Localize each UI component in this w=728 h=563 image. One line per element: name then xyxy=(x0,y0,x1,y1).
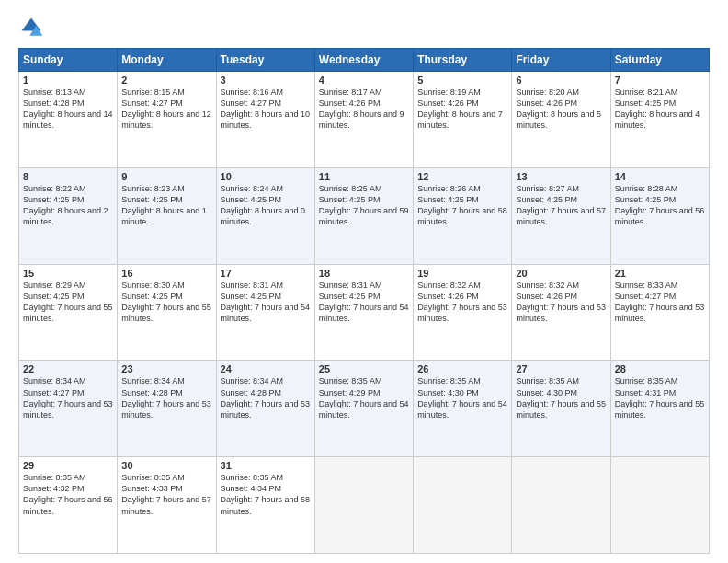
day-info: Sunrise: 8:32 AMSunset: 4:26 PMDaylight:… xyxy=(516,280,606,325)
calendar-day-cell: 28Sunrise: 8:35 AMSunset: 4:31 PMDayligh… xyxy=(610,361,709,457)
day-info: Sunrise: 8:30 AMSunset: 4:25 PMDaylight:… xyxy=(121,280,211,325)
calendar-week-row: 22Sunrise: 8:34 AMSunset: 4:27 PMDayligh… xyxy=(19,361,710,457)
calendar-day-cell: 10Sunrise: 8:24 AMSunset: 4:25 PMDayligh… xyxy=(216,167,314,264)
day-info: Sunrise: 8:22 AMSunset: 4:25 PMDaylight:… xyxy=(23,183,113,228)
day-number: 16 xyxy=(121,268,211,279)
day-info: Sunrise: 8:19 AMSunset: 4:26 PMDaylight:… xyxy=(417,86,507,132)
calendar-day-cell: 25Sunrise: 8:35 AMSunset: 4:29 PMDayligh… xyxy=(314,361,413,457)
day-number: 10 xyxy=(221,171,311,182)
logo-icon xyxy=(18,15,44,40)
day-number: 7 xyxy=(615,75,705,86)
day-info: Sunrise: 8:17 AMSunset: 4:26 PMDaylight:… xyxy=(319,86,409,132)
day-number: 25 xyxy=(319,363,409,374)
calendar-day-cell: 16Sunrise: 8:30 AMSunset: 4:25 PMDayligh… xyxy=(118,264,216,361)
logo xyxy=(18,15,48,40)
calendar-day-cell: 14Sunrise: 8:28 AMSunset: 4:25 PMDayligh… xyxy=(610,167,709,264)
day-info: Sunrise: 8:35 AMSunset: 4:34 PMDaylight:… xyxy=(221,472,311,517)
calendar-day-cell: 21Sunrise: 8:33 AMSunset: 4:27 PMDayligh… xyxy=(610,264,709,361)
day-number: 6 xyxy=(516,75,606,86)
calendar-day-cell: 24Sunrise: 8:34 AMSunset: 4:28 PMDayligh… xyxy=(216,361,314,457)
day-info: Sunrise: 8:23 AMSunset: 4:25 PMDaylight:… xyxy=(121,183,211,228)
day-number: 1 xyxy=(23,75,113,86)
calendar-day-cell: 8Sunrise: 8:22 AMSunset: 4:25 PMDaylight… xyxy=(19,167,118,264)
day-info: Sunrise: 8:31 AMSunset: 4:25 PMDaylight:… xyxy=(319,280,409,325)
day-info: Sunrise: 8:35 AMSunset: 4:29 PMDaylight:… xyxy=(319,375,409,420)
calendar-day-cell: 5Sunrise: 8:19 AMSunset: 4:26 PMDaylight… xyxy=(414,72,512,168)
day-info: Sunrise: 8:35 AMSunset: 4:31 PMDaylight:… xyxy=(615,375,705,420)
day-of-week-header: Monday xyxy=(118,49,216,72)
day-info: Sunrise: 8:24 AMSunset: 4:25 PMDaylight:… xyxy=(221,183,311,228)
day-info: Sunrise: 8:32 AMSunset: 4:26 PMDaylight:… xyxy=(417,280,507,325)
day-of-week-header: Friday xyxy=(512,49,610,72)
day-number: 18 xyxy=(319,268,409,279)
calendar-day-cell: 29Sunrise: 8:35 AMSunset: 4:32 PMDayligh… xyxy=(19,457,118,554)
day-info: Sunrise: 8:16 AMSunset: 4:27 PMDaylight:… xyxy=(221,86,311,132)
day-number: 2 xyxy=(121,75,211,86)
day-info: Sunrise: 8:34 AMSunset: 4:28 PMDaylight:… xyxy=(221,375,311,420)
day-info: Sunrise: 8:26 AMSunset: 4:25 PMDaylight:… xyxy=(417,183,507,228)
calendar-day-cell: 13Sunrise: 8:27 AMSunset: 4:25 PMDayligh… xyxy=(512,167,610,264)
day-of-week-header: Thursday xyxy=(414,49,512,72)
day-info: Sunrise: 8:33 AMSunset: 4:27 PMDaylight:… xyxy=(615,280,705,325)
day-info: Sunrise: 8:20 AMSunset: 4:26 PMDaylight:… xyxy=(516,86,606,132)
day-number: 30 xyxy=(121,460,211,471)
day-info: Sunrise: 8:35 AMSunset: 4:30 PMDaylight:… xyxy=(417,375,507,420)
day-info: Sunrise: 8:28 AMSunset: 4:25 PMDaylight:… xyxy=(615,183,705,228)
calendar-day-cell: 20Sunrise: 8:32 AMSunset: 4:26 PMDayligh… xyxy=(512,264,610,361)
calendar-day-cell: 17Sunrise: 8:31 AMSunset: 4:25 PMDayligh… xyxy=(216,264,314,361)
day-number: 13 xyxy=(516,171,606,182)
day-info: Sunrise: 8:35 AMSunset: 4:30 PMDaylight:… xyxy=(516,375,606,420)
day-number: 19 xyxy=(417,268,507,279)
day-number: 29 xyxy=(23,460,113,471)
day-info: Sunrise: 8:34 AMSunset: 4:28 PMDaylight:… xyxy=(121,375,211,420)
day-info: Sunrise: 8:35 AMSunset: 4:32 PMDaylight:… xyxy=(23,472,113,517)
day-info: Sunrise: 8:25 AMSunset: 4:25 PMDaylight:… xyxy=(319,183,409,228)
calendar-day-cell xyxy=(512,457,610,554)
calendar-day-cell xyxy=(414,457,512,554)
day-number: 3 xyxy=(221,75,311,86)
calendar-day-cell: 6Sunrise: 8:20 AMSunset: 4:26 PMDaylight… xyxy=(512,72,610,168)
calendar: SundayMondayTuesdayWednesdayThursdayFrid… xyxy=(18,48,710,554)
calendar-day-cell xyxy=(314,457,413,554)
day-number: 17 xyxy=(221,268,311,279)
day-number: 8 xyxy=(23,171,113,182)
day-of-week-header: Sunday xyxy=(19,49,118,72)
calendar-week-row: 15Sunrise: 8:29 AMSunset: 4:25 PMDayligh… xyxy=(19,264,710,361)
calendar-day-cell: 15Sunrise: 8:29 AMSunset: 4:25 PMDayligh… xyxy=(19,264,118,361)
day-of-week-header: Tuesday xyxy=(216,49,314,72)
day-info: Sunrise: 8:15 AMSunset: 4:27 PMDaylight:… xyxy=(121,86,211,132)
day-number: 15 xyxy=(23,268,113,279)
day-number: 5 xyxy=(417,75,507,86)
day-number: 14 xyxy=(615,171,705,182)
calendar-day-cell: 3Sunrise: 8:16 AMSunset: 4:27 PMDaylight… xyxy=(216,72,314,168)
calendar-day-cell: 1Sunrise: 8:13 AMSunset: 4:28 PMDaylight… xyxy=(19,72,118,168)
calendar-day-cell: 9Sunrise: 8:23 AMSunset: 4:25 PMDaylight… xyxy=(118,167,216,264)
day-number: 9 xyxy=(121,171,211,182)
calendar-week-row: 1Sunrise: 8:13 AMSunset: 4:28 PMDaylight… xyxy=(19,72,710,168)
day-number: 11 xyxy=(319,171,409,182)
day-info: Sunrise: 8:31 AMSunset: 4:25 PMDaylight:… xyxy=(221,280,311,325)
day-number: 21 xyxy=(615,268,705,279)
day-number: 23 xyxy=(121,363,211,374)
page: SundayMondayTuesdayWednesdayThursdayFrid… xyxy=(0,0,728,563)
calendar-day-cell: 19Sunrise: 8:32 AMSunset: 4:26 PMDayligh… xyxy=(414,264,512,361)
day-number: 28 xyxy=(615,363,705,374)
day-of-week-header: Wednesday xyxy=(314,49,413,72)
calendar-day-cell xyxy=(610,457,709,554)
calendar-header-row: SundayMondayTuesdayWednesdayThursdayFrid… xyxy=(19,49,710,72)
day-number: 22 xyxy=(23,363,113,374)
day-of-week-header: Saturday xyxy=(610,49,709,72)
calendar-day-cell: 22Sunrise: 8:34 AMSunset: 4:27 PMDayligh… xyxy=(19,361,118,457)
calendar-day-cell: 12Sunrise: 8:26 AMSunset: 4:25 PMDayligh… xyxy=(414,167,512,264)
day-info: Sunrise: 8:21 AMSunset: 4:25 PMDaylight:… xyxy=(615,86,705,132)
calendar-day-cell: 18Sunrise: 8:31 AMSunset: 4:25 PMDayligh… xyxy=(314,264,413,361)
calendar-week-row: 29Sunrise: 8:35 AMSunset: 4:32 PMDayligh… xyxy=(19,457,710,554)
day-number: 20 xyxy=(516,268,606,279)
calendar-day-cell: 31Sunrise: 8:35 AMSunset: 4:34 PMDayligh… xyxy=(216,457,314,554)
day-info: Sunrise: 8:35 AMSunset: 4:33 PMDaylight:… xyxy=(121,472,211,517)
calendar-day-cell: 11Sunrise: 8:25 AMSunset: 4:25 PMDayligh… xyxy=(314,167,413,264)
header xyxy=(18,15,710,40)
calendar-day-cell: 7Sunrise: 8:21 AMSunset: 4:25 PMDaylight… xyxy=(610,72,709,168)
calendar-day-cell: 30Sunrise: 8:35 AMSunset: 4:33 PMDayligh… xyxy=(118,457,216,554)
day-number: 26 xyxy=(417,363,507,374)
